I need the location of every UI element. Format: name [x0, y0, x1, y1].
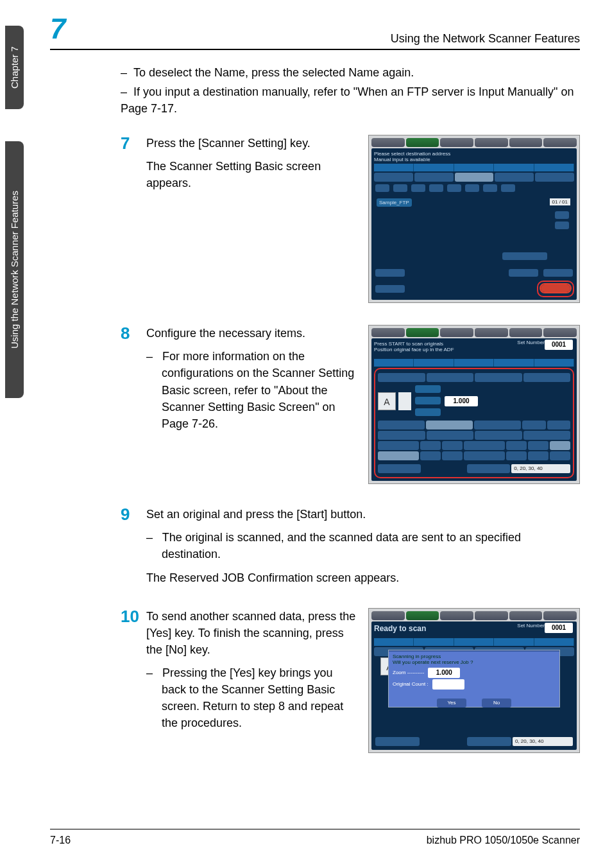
size-setting-cell [378, 441, 419, 450]
device-tab [371, 138, 405, 147]
set-number-label: Set Number [517, 340, 545, 345]
footer-page-number: 7-16 [50, 835, 71, 846]
letter-tab [501, 184, 515, 192]
device-screenshot-1: Please select destination address Manual… [368, 135, 580, 303]
device-cell [495, 173, 534, 182]
step-number-10: 10 [121, 608, 146, 625]
step-9-text-2: The Reserved JOB Confirmation screen app… [146, 569, 580, 586]
device-tab [509, 328, 543, 337]
device-tab [440, 328, 473, 337]
set-number-label: Set Number [517, 623, 545, 629]
device-tab [475, 138, 508, 147]
device-tab [509, 138, 543, 147]
right-arrow-cell [547, 421, 571, 430]
step-9-row: 9 Set an original and press the [Start] … [121, 506, 580, 592]
dash-icon: – [121, 83, 133, 100]
sidebar-tab-chapter: Chapter 7 [5, 26, 24, 109]
address-cell [467, 737, 511, 746]
device-tab [406, 611, 439, 620]
tiff-cell-2 [528, 451, 548, 460]
modal-count-value [432, 679, 464, 690]
step-7-text-2: The Scanner Setting Basic screen appears… [146, 158, 359, 191]
intro-bullet-2: –If you input a destination manually, re… [121, 83, 580, 117]
set-number-value: 0001 [545, 340, 573, 350]
auto-cell [378, 451, 419, 460]
step-8-row: 8 Configure the necessary items. – For m… [121, 325, 580, 484]
device-tab [475, 611, 508, 620]
step-10-bullet-1: – Pressing the [Yes] key brings you back… [162, 664, 359, 731]
simplex-cell [464, 451, 505, 460]
address-cell [467, 464, 510, 473]
direction-sub-icon [398, 392, 411, 410]
quality-cell [427, 431, 474, 440]
device-tab [475, 328, 508, 337]
letter-tab [411, 184, 425, 192]
manual-address-button [501, 251, 548, 263]
copy-mode-cell [475, 431, 522, 440]
device-tab [406, 138, 439, 147]
yes-button[interactable]: Yes [437, 699, 466, 707]
step-10-text-1: To send another scanned data, press the … [146, 608, 359, 658]
device-msg-1: Please select destination address [374, 151, 574, 157]
sidebar-tab-section: Using the Network Scanner Features [5, 141, 24, 398]
scanner-screen-button [541, 284, 570, 292]
darker-button [415, 408, 441, 416]
device-cell [374, 173, 413, 182]
normal-button [415, 397, 441, 404]
highlight-ring-icon [537, 281, 574, 297]
division-cell [506, 451, 527, 460]
file-form-cell [523, 431, 571, 440]
device-screenshot-3: Ready to scan Set Number 0001 A [368, 608, 580, 753]
step-8-bullet-1: – For more information on the configurat… [162, 348, 359, 431]
page-header-title: Using the Network Scanner Features [391, 32, 580, 46]
device-tab [543, 611, 577, 620]
step-10-row: 10 To send another scanned data, press t… [121, 608, 580, 753]
letter-tab [375, 184, 389, 192]
step-9-bullet-1-text: The original is scanned, and the scanned… [162, 531, 521, 560]
zoom-cell [475, 373, 522, 382]
device-tab [440, 138, 473, 147]
port-no-button [509, 269, 538, 277]
device-tab [543, 328, 577, 337]
dpi-600-cell [420, 441, 441, 450]
firewall-button [543, 269, 573, 277]
dpi-300-cell [442, 441, 463, 450]
device-page-indicator: 01 / 01 [550, 198, 570, 205]
intro-bullet-1: –To deselect the Name, press the selecte… [121, 64, 580, 81]
step-9-bullet-1: – The original is scanned, and the scann… [162, 529, 580, 562]
letter-tab [393, 184, 407, 192]
step-number-9: 9 [121, 506, 146, 523]
highlight-ring-icon: A 1.000 [374, 368, 574, 478]
modal-line-1: Scanning in progress [393, 654, 556, 659]
address-value: 0, 20, 30, 40 [511, 464, 570, 473]
device-cell [535, 173, 574, 182]
step-7-text-1: Press the [Scanner Setting] key. [146, 135, 359, 152]
step-7-row: 7 Press the [Scanner Setting] key. The S… [121, 135, 580, 303]
left-arrow-cell [522, 421, 546, 430]
file-name-cell [375, 737, 420, 746]
scan-size-cell [378, 431, 425, 440]
device-msg-2: Manual input is available [374, 157, 574, 162]
device-sample-entry: Sample_FTP [377, 198, 412, 207]
confirmation-modal: Scanning in progress Will you operate ne… [388, 650, 560, 707]
address-value: 0, 20, 30, 40 [513, 737, 573, 746]
device-tab [371, 611, 405, 620]
special-image-cell [427, 373, 474, 382]
duplex-cell [464, 441, 505, 450]
application-cell [523, 373, 571, 382]
step-8-text-1: Configure the necessary items. [146, 325, 359, 342]
no-button[interactable]: No [482, 699, 511, 707]
step-number-7: 7 [121, 135, 146, 152]
zoom-value: 1.000 [445, 396, 478, 406]
device-tab [371, 328, 405, 337]
dpi-200-cell [442, 451, 463, 460]
down-arrow-button [554, 220, 570, 232]
device-cell [414, 173, 454, 182]
chapter-number-heading: 7 [50, 13, 65, 45]
pdf-cell-2 [550, 451, 570, 460]
intro-bullet-2-text: If you input a destination manually, ref… [121, 85, 574, 115]
original-setting-cell [378, 373, 425, 382]
intro-bullet-1-text: To deselect the Name, press the selected… [133, 66, 414, 79]
step-number-8: 8 [121, 325, 146, 342]
device-tab [406, 328, 439, 337]
